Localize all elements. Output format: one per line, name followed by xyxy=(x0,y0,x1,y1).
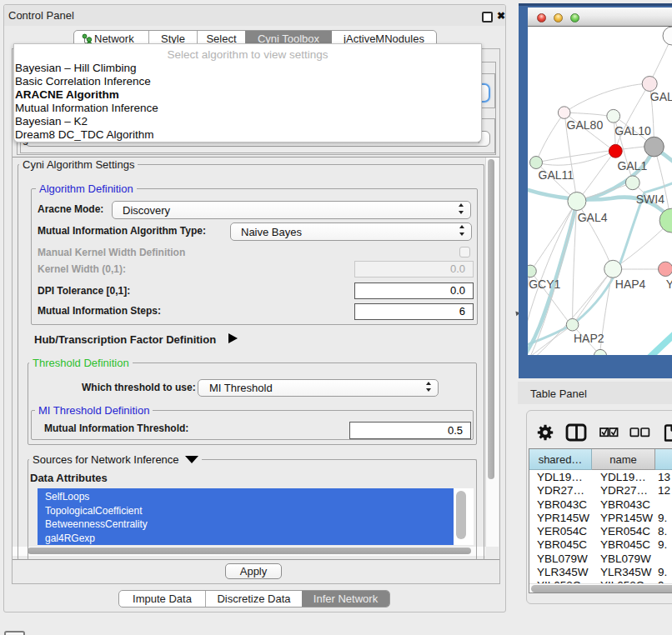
svg-text:GAL4: GAL4 xyxy=(578,211,608,224)
svg-text:GAL10: GAL10 xyxy=(614,124,651,138)
svg-text:GAL2: GAL2 xyxy=(650,90,672,103)
svg-text:GAL11: GAL11 xyxy=(539,168,574,182)
svg-text:SWI4: SWI4 xyxy=(636,192,664,206)
svg-text:GAL1: GAL1 xyxy=(617,159,647,172)
svg-text:GCY1: GCY1 xyxy=(529,278,560,291)
svg-text:GAL80: GAL80 xyxy=(567,118,604,132)
svg-text:HAP4: HAP4 xyxy=(615,278,646,291)
svg-text:HAP2: HAP2 xyxy=(574,332,604,345)
svg-text:Y: Y xyxy=(666,278,672,291)
